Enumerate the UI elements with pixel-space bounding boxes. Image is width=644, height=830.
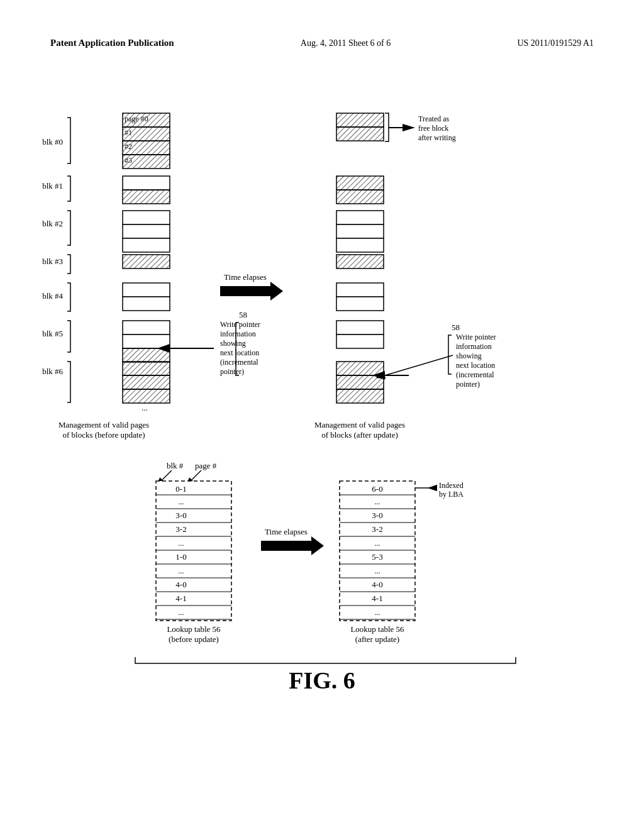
- svg-rect-57: [336, 238, 384, 252]
- svg-text:Indexed: Indexed: [439, 481, 464, 490]
- svg-text:Management of valid pages: Management of valid pages: [58, 420, 149, 429]
- svg-rect-15: [123, 190, 170, 204]
- svg-rect-64: [336, 375, 384, 389]
- svg-text:...: ...: [179, 608, 184, 617]
- svg-rect-23: [123, 283, 170, 297]
- svg-line-68: [385, 355, 453, 375]
- svg-marker-45: [220, 282, 283, 301]
- svg-text:4-0: 4-0: [175, 580, 186, 589]
- page: Patent Application Publication Aug. 4, 2…: [0, 0, 644, 830]
- svg-text:information: information: [220, 329, 256, 338]
- svg-text:Treated as: Treated as: [418, 114, 450, 123]
- svg-text:showing: showing: [456, 351, 482, 360]
- svg-rect-65: [336, 389, 384, 403]
- svg-text:4-0: 4-0: [372, 580, 382, 589]
- svg-text:Lookup table 56: Lookup table 56: [350, 624, 404, 634]
- svg-text:3-2: 3-2: [175, 524, 186, 534]
- svg-rect-14: [123, 176, 170, 190]
- svg-rect-12: [123, 155, 170, 169]
- svg-rect-24: [123, 297, 170, 311]
- svg-text:58: 58: [239, 310, 247, 319]
- svg-text:pointer): pointer): [456, 380, 480, 389]
- svg-text:information: information: [456, 342, 492, 351]
- svg-text:Write pointer: Write pointer: [220, 320, 260, 329]
- svg-text:free block: free block: [418, 124, 448, 133]
- svg-text:blk #: blk #: [167, 461, 184, 470]
- svg-rect-82: [156, 481, 231, 621]
- svg-rect-53: [336, 176, 384, 190]
- svg-rect-46: [336, 113, 384, 127]
- svg-text:...: ...: [375, 497, 380, 506]
- svg-rect-31: [123, 375, 170, 389]
- svg-rect-60: [336, 297, 384, 311]
- svg-text:next location: next location: [456, 361, 495, 370]
- svg-text:blk #3: blk #3: [42, 257, 63, 266]
- svg-text:blk #4: blk #4: [42, 291, 63, 301]
- svg-text:6-0: 6-0: [372, 484, 382, 494]
- svg-text:...: ...: [179, 567, 184, 575]
- svg-rect-10: [123, 127, 170, 141]
- svg-text:page #: page #: [195, 461, 217, 470]
- svg-text:3-0: 3-0: [372, 511, 382, 520]
- svg-rect-18: [123, 224, 170, 238]
- svg-text:blk #5: blk #5: [42, 329, 63, 338]
- svg-rect-56: [336, 224, 384, 238]
- svg-text:0-1: 0-1: [175, 484, 186, 494]
- svg-text:pointer): pointer): [220, 367, 244, 376]
- svg-text:...: ...: [179, 497, 184, 506]
- svg-rect-55: [336, 211, 384, 224]
- svg-text:5-3: 5-3: [372, 552, 382, 562]
- svg-text:1-0: 1-0: [175, 552, 186, 562]
- svg-text:blk #2: blk #2: [42, 219, 63, 228]
- svg-text:...: ...: [375, 539, 380, 548]
- svg-rect-61: [336, 321, 384, 335]
- svg-text:FIG. 6: FIG. 6: [289, 667, 355, 694]
- svg-text:(incremental: (incremental: [220, 358, 258, 367]
- svg-text:(before update): (before update): [169, 634, 219, 644]
- svg-rect-21: [123, 255, 170, 268]
- svg-text:next location: next location: [220, 348, 259, 357]
- main-diagram-svg: page #0 #1 #2 #3 blk #0 blk #1 blk #2 bl…: [0, 35, 644, 830]
- svg-line-80: [162, 470, 172, 480]
- svg-text:3-2: 3-2: [372, 524, 382, 534]
- svg-text:after writing: after writing: [418, 133, 456, 142]
- svg-rect-28: [123, 348, 170, 362]
- svg-rect-30: [123, 362, 170, 375]
- svg-text:58: 58: [452, 323, 460, 332]
- svg-line-81: [192, 470, 201, 480]
- svg-text:...: ...: [375, 567, 380, 575]
- svg-text:4-1: 4-1: [372, 594, 382, 603]
- svg-text:(incremental: (incremental: [456, 370, 494, 379]
- svg-text:(after update): (after update): [355, 634, 399, 644]
- svg-text:4-1: 4-1: [175, 594, 186, 603]
- svg-text:of blocks (after update): of blocks (after update): [321, 430, 398, 440]
- svg-text:Write pointer: Write pointer: [456, 333, 496, 341]
- svg-marker-49: [402, 124, 415, 131]
- svg-text:blk #0: blk #0: [42, 137, 63, 147]
- svg-text:Management of valid pages: Management of valid pages: [314, 420, 405, 429]
- svg-rect-58: [336, 255, 384, 268]
- svg-rect-27: [123, 335, 170, 348]
- svg-rect-62: [336, 335, 384, 348]
- svg-marker-106: [261, 536, 324, 555]
- svg-text:...: ...: [179, 539, 184, 548]
- svg-text:...: ...: [375, 608, 380, 617]
- svg-rect-32: [123, 389, 170, 403]
- svg-rect-19: [123, 238, 170, 252]
- svg-text:3-0: 3-0: [175, 511, 186, 520]
- svg-rect-63: [336, 362, 384, 375]
- svg-rect-54: [336, 190, 384, 204]
- svg-text:blk #1: blk #1: [42, 181, 63, 191]
- svg-rect-59: [336, 283, 384, 297]
- svg-text:Time elapses: Time elapses: [224, 272, 267, 282]
- svg-rect-9: [123, 113, 170, 127]
- svg-text:Time elapses: Time elapses: [265, 527, 308, 536]
- svg-text:...: ...: [142, 403, 148, 412]
- svg-rect-11: [123, 141, 170, 155]
- svg-text:by LBA: by LBA: [439, 490, 464, 499]
- svg-rect-17: [123, 211, 170, 224]
- svg-rect-26: [123, 321, 170, 335]
- svg-text:blk #6: blk #6: [42, 367, 63, 376]
- svg-text:showing: showing: [220, 339, 246, 348]
- svg-text:of blocks (before update): of blocks (before update): [62, 430, 145, 440]
